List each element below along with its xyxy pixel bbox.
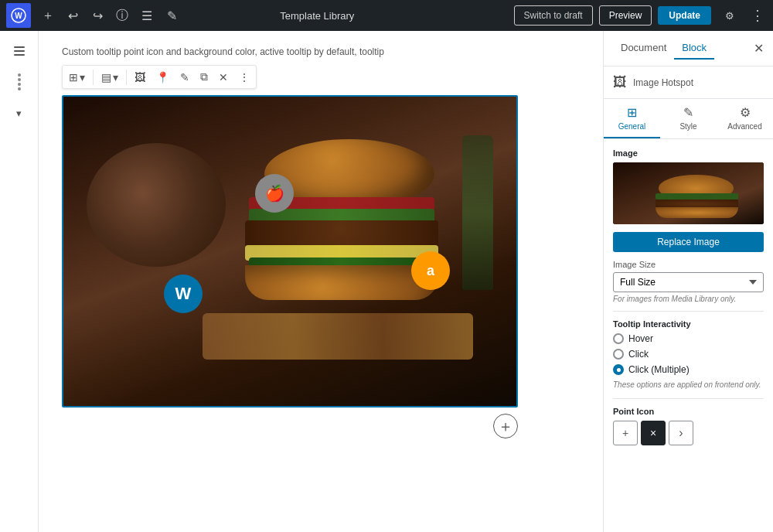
- hotspot-amazon[interactable]: a: [411, 251, 450, 290]
- redo-icon[interactable]: ↪: [87, 5, 108, 26]
- top-bar-right: Switch to draft Preview Update ⚙ ⋮: [514, 3, 767, 28]
- toolbar-dropdown-arrow: ▾: [80, 71, 85, 84]
- toolbar-block-type-btn[interactable]: ⊞ ▾: [64, 68, 90, 87]
- toolbar-divider-1: [93, 70, 94, 85]
- burger-image: W 🍎 a: [63, 97, 516, 406]
- icon-cross-btn[interactable]: ×: [641, 421, 666, 445]
- toolbar-edit-btn[interactable]: ✎: [175, 68, 194, 87]
- main-layout: ▾ Custom tooltip point icon and backgrou…: [0, 31, 773, 532]
- preview-button[interactable]: Preview: [599, 5, 652, 26]
- more-icon: ⋮: [239, 71, 250, 84]
- wp-logo-icon: W: [11, 8, 26, 23]
- duplicate-icon: ⧉: [200, 70, 208, 84]
- hotspot-wp[interactable]: W: [164, 275, 203, 313]
- advanced-subtab[interactable]: ⚙ Advanced: [717, 99, 773, 138]
- settings-icon[interactable]: ⚙: [717, 3, 742, 28]
- radio-hover-circle: [613, 333, 624, 344]
- block-name-label: Image Hotspot: [633, 77, 693, 88]
- tooltip-interactivity-section: Tooltip Interactivity Hover Click Click …: [613, 319, 764, 390]
- bowl-bg: [87, 143, 226, 267]
- advanced-subtab-label: Advanced: [727, 122, 761, 131]
- pencil-icon: ✎: [180, 71, 189, 84]
- image-thumbnail[interactable]: [613, 162, 764, 224]
- pin-icon: 📍: [156, 71, 169, 84]
- svg-text:W: W: [15, 12, 22, 20]
- radio-click-multiple-label: Click (Multiple): [628, 364, 690, 375]
- undo-icon[interactable]: ↩: [62, 5, 83, 26]
- svg-rect-3: [14, 50, 25, 52]
- sidebar-arrow-btn[interactable]: ▾: [5, 99, 33, 127]
- panel-sub-tabs: ⊞ General ✎ Style ⚙ Advanced: [604, 99, 773, 139]
- style-subtab[interactable]: ✎ Style: [660, 99, 717, 138]
- panel-close-icon[interactable]: ✕: [754, 41, 764, 56]
- toolbar-image-btn[interactable]: 🖼: [130, 68, 150, 87]
- chevron-down-icon: ›: [679, 426, 683, 440]
- panel-header: Document Block ✕: [604, 31, 773, 66]
- image-size-hint: For images from Media Library only.: [613, 295, 764, 303]
- image-section: Image: [613, 148, 764, 224]
- radio-hover-label: Hover: [628, 333, 653, 344]
- style-subtab-icon: ✎: [683, 105, 693, 120]
- image-section-label: Image: [613, 148, 764, 158]
- radio-click-label: Click: [628, 349, 649, 360]
- block-description: Custom tooltip point icon and background…: [62, 46, 580, 57]
- toolbar-pin-btn[interactable]: 📍: [152, 68, 174, 87]
- toolbar-duplicate-btn[interactable]: ⧉: [196, 67, 213, 87]
- toolbar-align-btn[interactable]: ▤ ▾: [97, 68, 123, 87]
- align-dropdown-arrow: ▾: [113, 71, 118, 84]
- toolbar-divider-2: [126, 70, 127, 85]
- replace-image-button[interactable]: Replace Image: [613, 232, 764, 252]
- apple-hotspot-icon: 🍎: [265, 184, 284, 203]
- sidebar-toggle-icon: [12, 44, 26, 58]
- interactivity-hint: These options are applied on frontend on…: [613, 380, 764, 390]
- image-size-field: Image Size Full Size Large Medium Thumbn…: [613, 260, 764, 303]
- amazon-hotspot-icon: a: [427, 263, 434, 279]
- wp-hotspot-icon: W: [175, 284, 192, 304]
- panel-tabs: Document Block: [613, 37, 714, 60]
- left-sidebar: ▾: [0, 31, 39, 532]
- add-block-topbar-icon[interactable]: ＋: [37, 5, 59, 26]
- content-area: Custom tooltip point icon and background…: [39, 31, 603, 532]
- divider-2: [613, 398, 764, 399]
- delete-icon: ✕: [219, 71, 228, 84]
- radio-group: Hover Click Click (Multiple): [613, 333, 764, 375]
- wp-logo: W: [6, 3, 31, 28]
- icon-chevron-btn[interactable]: ›: [669, 421, 693, 445]
- hotspot-apple[interactable]: 🍎: [255, 174, 294, 213]
- update-button[interactable]: Update: [658, 6, 711, 25]
- top-bar: W ＋ ↩ ↪ ⓘ ☰ ✎ Template Library Switch to…: [0, 0, 773, 31]
- point-icon-label: Point Icon: [613, 407, 764, 416]
- image-size-select[interactable]: Full Size Large Medium Thumbnail: [613, 272, 764, 292]
- image-icon: 🖼: [135, 71, 145, 84]
- more-options-icon[interactable]: ⋮: [748, 3, 767, 28]
- sidebar-dots-btn[interactable]: [5, 68, 33, 96]
- general-subtab[interactable]: ⊞ General: [604, 99, 660, 138]
- panel-body: Image Replace Image Image Size Full Size…: [604, 139, 773, 532]
- bottle: [462, 135, 493, 290]
- panel-block-header: 🖼 Image Hotspot: [604, 66, 773, 99]
- align-icon: ▤: [101, 71, 111, 84]
- icon-plus-btn[interactable]: +: [613, 421, 638, 445]
- image-block[interactable]: W 🍎 a: [62, 95, 518, 408]
- divider-1: [613, 311, 764, 312]
- advanced-subtab-icon: ⚙: [740, 105, 751, 120]
- radio-click-multiple-circle: [613, 364, 624, 375]
- radio-hover-item[interactable]: Hover: [613, 333, 764, 344]
- add-block-button[interactable]: ＋: [493, 414, 518, 438]
- block-type-icon: ⊞: [69, 71, 78, 84]
- switch-draft-button[interactable]: Switch to draft: [514, 5, 593, 26]
- radio-click-circle: [613, 349, 624, 360]
- toolbar-more-btn[interactable]: ⋮: [234, 68, 254, 87]
- radio-click-multiple-item[interactable]: Click (Multiple): [613, 364, 764, 375]
- radio-click-item[interactable]: Click: [613, 349, 764, 360]
- sidebar-toggle-btn[interactable]: [5, 37, 33, 65]
- block-tab[interactable]: Block: [674, 37, 714, 60]
- document-tab[interactable]: Document: [613, 37, 674, 60]
- tooltip-interactivity-label: Tooltip Interactivity: [613, 319, 764, 329]
- toolbar-delete-btn[interactable]: ✕: [214, 68, 233, 87]
- image-size-label: Image Size: [613, 260, 764, 269]
- wooden-board: [203, 313, 473, 360]
- patty-layer: [245, 220, 438, 247]
- style-subtab-label: Style: [679, 122, 696, 131]
- bun-bottom: [245, 265, 438, 300]
